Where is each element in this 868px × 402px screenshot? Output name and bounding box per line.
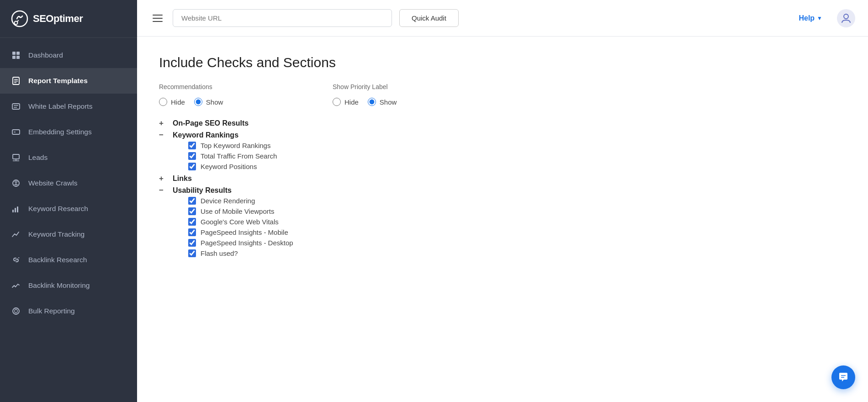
- sidebar-item-white-label-reports[interactable]: White Label Reports: [0, 94, 137, 119]
- hamburger-line-2: [153, 18, 163, 19]
- logo-icon: [11, 10, 28, 27]
- sidebar-item-leads[interactable]: Leads: [0, 145, 137, 170]
- priority-hide-option[interactable]: Hide: [333, 98, 359, 106]
- recommendations-show-option[interactable]: Show: [194, 98, 223, 106]
- chat-bubble-button[interactable]: [831, 365, 855, 389]
- svg-line-2: [17, 20, 19, 22]
- svg-rect-4: [16, 52, 20, 55]
- sidebar-item-bulk-reporting[interactable]: Bulk Reporting: [0, 298, 137, 324]
- check-total-traffic: Total Traffic From Search: [188, 152, 846, 160]
- check-total-traffic-label: Total Traffic From Search: [201, 152, 277, 160]
- svg-rect-14: [12, 130, 20, 134]
- url-input[interactable]: [173, 9, 392, 27]
- svg-rect-11: [12, 104, 20, 109]
- recommendations-show-label: Show: [206, 98, 223, 106]
- recommendations-radio-group: Hide Show: [159, 98, 333, 106]
- priority-label: Show Priority Label: [333, 83, 506, 90]
- sidebar-nav: Dashboard Report Templates: [0, 38, 137, 402]
- sidebar-item-label: Keyword Research: [28, 205, 88, 213]
- check-pagespeed-desktop: PageSpeed Insights - Desktop: [188, 239, 846, 247]
- check-device-rendering-input[interactable]: [188, 197, 196, 205]
- sidebar-item-label: Bulk Reporting: [28, 307, 75, 315]
- section-title-keyword-rankings: Keyword Rankings: [173, 131, 238, 139]
- sidebar-item-label: Website Crawls: [28, 179, 77, 187]
- sidebar-item-keyword-research[interactable]: Keyword Research: [0, 196, 137, 222]
- leads-icon: [11, 153, 21, 163]
- svg-rect-22: [15, 208, 16, 212]
- sidebar-item-label: White Label Reports: [28, 102, 92, 111]
- check-pagespeed-mobile-label: PageSpeed Insights - Mobile: [201, 228, 288, 236]
- section-links: + Links: [159, 174, 846, 183]
- embedding-icon: [11, 127, 21, 137]
- help-button[interactable]: Help ▼: [799, 14, 822, 22]
- check-pagespeed-desktop-input[interactable]: [188, 239, 196, 247]
- website-crawls-icon: [11, 178, 21, 188]
- sidebar-item-label: Keyword Tracking: [28, 230, 85, 238]
- help-label: Help: [799, 14, 815, 22]
- check-keyword-positions: Keyword Positions: [188, 163, 846, 170]
- quick-audit-button[interactable]: Quick Audit: [399, 9, 459, 27]
- sidebar-item-embedding-settings[interactable]: Embedding Settings: [0, 119, 137, 145]
- check-pagespeed-desktop-label: PageSpeed Insights - Desktop: [201, 239, 293, 247]
- svg-point-26: [844, 14, 848, 19]
- sidebar-item-dashboard[interactable]: Dashboard: [0, 42, 137, 68]
- priority-show-radio[interactable]: [368, 98, 376, 106]
- check-core-web-vitals-label: Google's Core Web Vitals: [201, 218, 279, 226]
- check-flash-used-label: Flash used?: [201, 249, 238, 257]
- check-pagespeed-mobile-input[interactable]: [188, 228, 196, 236]
- header: Quick Audit Help ▼: [137, 0, 868, 37]
- hamburger-line-1: [153, 15, 163, 16]
- section-toggle-links[interactable]: +: [159, 174, 168, 183]
- priority-hide-radio[interactable]: [333, 98, 341, 106]
- recommendations-group: Recommendations Hide Show: [159, 83, 333, 106]
- check-pagespeed-mobile: PageSpeed Insights - Mobile: [188, 228, 846, 236]
- check-device-rendering-label: Device Rendering: [201, 197, 255, 205]
- svg-point-25: [13, 308, 19, 314]
- check-top-keyword-rankings: Top Keyword Rankings: [188, 142, 846, 149]
- sidebar-item-label: Backlink Monitoring: [28, 281, 90, 290]
- main-wrapper: Quick Audit Help ▼ Include Checks and Se…: [137, 0, 868, 402]
- check-mobile-viewports-input[interactable]: [188, 207, 196, 215]
- svg-rect-21: [12, 210, 14, 212]
- svg-rect-6: [16, 56, 20, 59]
- keyword-rankings-items: Top Keyword Rankings Total Traffic From …: [174, 142, 846, 170]
- svg-rect-5: [12, 56, 16, 59]
- sidebar-item-report-templates[interactable]: Report Templates: [0, 68, 137, 94]
- user-avatar[interactable]: [837, 9, 855, 27]
- hamburger-button[interactable]: [150, 12, 165, 25]
- sidebar: SEOptimer Dashboard: [0, 0, 137, 402]
- section-toggle-on-page-seo[interactable]: +: [159, 119, 168, 128]
- check-flash-used-input[interactable]: [188, 249, 196, 257]
- check-keyword-positions-label: Keyword Positions: [201, 163, 257, 170]
- section-toggle-keyword-rankings[interactable]: −: [159, 131, 168, 140]
- white-label-icon: [11, 101, 21, 111]
- recommendations-hide-radio[interactable]: [159, 98, 167, 106]
- check-total-traffic-input[interactable]: [188, 152, 196, 160]
- priority-show-label: Show: [380, 98, 397, 106]
- check-keyword-positions-input[interactable]: [188, 163, 196, 170]
- sidebar-item-backlink-research[interactable]: Backlink Research: [0, 247, 137, 273]
- section-toggle-usability[interactable]: −: [159, 186, 168, 195]
- svg-rect-3: [12, 52, 16, 55]
- svg-point-0: [12, 11, 27, 26]
- check-top-keyword-rankings-input[interactable]: [188, 142, 196, 149]
- sidebar-item-label: Embedding Settings: [28, 128, 92, 136]
- section-keyword-rankings: − Keyword Rankings: [159, 131, 846, 140]
- recommendations-hide-option[interactable]: Hide: [159, 98, 185, 106]
- sidebar-item-label: Leads: [28, 153, 48, 162]
- check-flash-used: Flash used?: [188, 249, 846, 257]
- page-title: Include Checks and Sections: [159, 55, 846, 70]
- svg-rect-16: [13, 154, 19, 159]
- section-title-links: Links: [173, 175, 192, 183]
- sidebar-item-keyword-tracking[interactable]: Keyword Tracking: [0, 222, 137, 247]
- priority-group: Show Priority Label Hide Show: [333, 83, 506, 106]
- sidebar-item-backlink-monitoring[interactable]: Backlink Monitoring: [0, 273, 137, 298]
- chevron-down-icon: ▼: [817, 15, 822, 21]
- check-core-web-vitals-input[interactable]: [188, 218, 196, 226]
- main-content: Include Checks and Sections Recommendati…: [137, 37, 868, 402]
- section-usability-results: − Usability Results: [159, 186, 846, 195]
- priority-show-option[interactable]: Show: [368, 98, 397, 106]
- options-row: Recommendations Hide Show Show Priority …: [159, 83, 846, 106]
- sidebar-item-website-crawls[interactable]: Website Crawls: [0, 170, 137, 196]
- recommendations-show-radio[interactable]: [194, 98, 202, 106]
